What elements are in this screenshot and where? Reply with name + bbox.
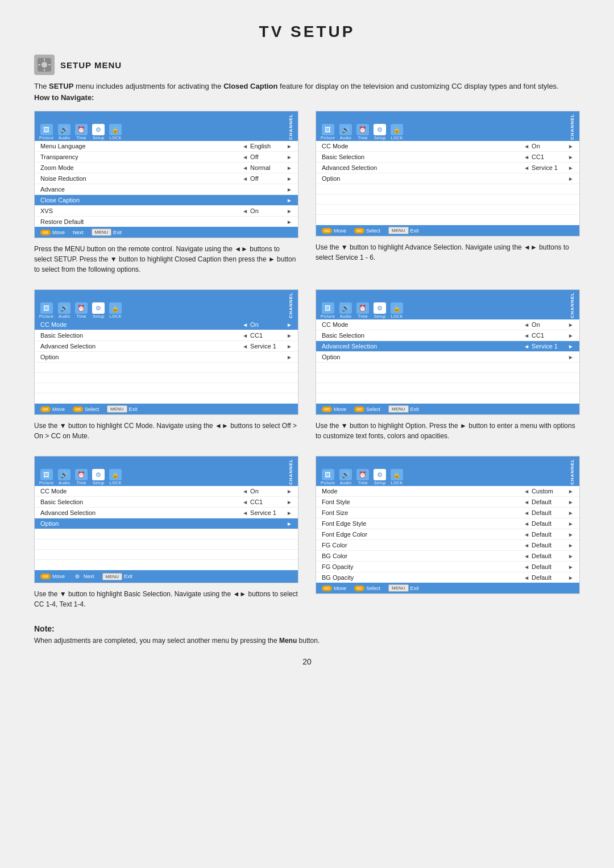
menu-row: CC Mode◄On► bbox=[316, 141, 579, 152]
menu-icon-picture: 🖼 Picture bbox=[39, 124, 53, 140]
menu-icon-lock-5: 🔒LOCK bbox=[109, 469, 122, 485]
svg-rect-4 bbox=[38, 64, 40, 65]
menu-row: Basic Selection◄CC1► bbox=[35, 330, 298, 341]
menu-row-highlighted: CC Mode◄On► bbox=[35, 319, 298, 330]
menu-row: XVS◄On► bbox=[35, 206, 298, 217]
menu-icon-picture-5: 🖼Picture bbox=[39, 469, 53, 485]
section-title: SETUP MENU bbox=[60, 60, 122, 70]
menu-row: Option► bbox=[316, 173, 579, 184]
menu-row-highlighted: Option► bbox=[35, 518, 298, 529]
menu-icon-lock: 🔒 LOCK bbox=[109, 124, 122, 140]
menu-bottombar-6: OOMove OOSelect MENUExit bbox=[316, 583, 579, 593]
menu-row: Mode◄Custom► bbox=[316, 486, 579, 497]
channel-label-3: CHANNEL bbox=[288, 292, 293, 318]
menu-icon-setup-2: ⚙ Setup bbox=[374, 124, 386, 140]
menu-row-empty bbox=[316, 184, 579, 194]
menu-row: Option► bbox=[35, 352, 298, 363]
svg-rect-3 bbox=[44, 69, 45, 71]
menu-icon-setup-6: ⚙Setup bbox=[374, 469, 386, 485]
menu-row: Transparency◄Off► bbox=[35, 152, 298, 163]
menu-row-empty bbox=[316, 205, 579, 215]
menu-row: Font Style◄Default► bbox=[316, 497, 579, 508]
menu-row: Noise Reduction◄Off► bbox=[35, 173, 298, 184]
menu-rows-6: Mode◄Custom► Font Style◄Default► Font Si… bbox=[316, 486, 579, 583]
menu-row: Advanced Selection◄Service 1► bbox=[35, 341, 298, 352]
svg-point-1 bbox=[42, 62, 47, 68]
menu-row: FG Color◄Default► bbox=[316, 540, 579, 551]
menu-icon-audio-5: 🔊Audio bbox=[58, 469, 70, 485]
menu-row-empty bbox=[35, 550, 298, 560]
menu-row-empty bbox=[316, 363, 579, 373]
menu-icon-lock-6: 🔒LOCK bbox=[391, 469, 403, 485]
menu-row-empty bbox=[35, 363, 298, 373]
menu-icon-setup-3: ⚙Setup bbox=[92, 302, 105, 318]
menu-row: Font Edge Color◄Default► bbox=[316, 529, 579, 540]
caption-1: Press the MENU button on the remote cont… bbox=[34, 244, 298, 275]
caption-2: Use the ▼ button to highlight Advance Se… bbox=[316, 242, 580, 263]
caption-5: Use the ▼ button to highlight Basic Sele… bbox=[34, 589, 298, 609]
menu-icon-picture-6: 🖼Picture bbox=[321, 469, 335, 485]
menu-rows-3: CC Mode◄On► Basic Selection◄CC1► Advance… bbox=[35, 319, 298, 404]
menu-row-empty bbox=[316, 215, 579, 225]
channel-label-2: CHANNEL bbox=[570, 114, 575, 140]
menu-row-empty bbox=[35, 539, 298, 550]
menu-row-empty bbox=[316, 194, 579, 205]
note-title: Note: bbox=[34, 624, 580, 633]
menu-row: Advanced Selection◄Service 1► bbox=[35, 508, 298, 518]
caption-4: Use the ▼ button to highlight Option. Pr… bbox=[316, 421, 580, 441]
svg-rect-5 bbox=[48, 64, 51, 65]
menu-row: CC Mode◄On► bbox=[35, 486, 298, 497]
setup-menu-icon bbox=[34, 55, 55, 75]
menu-icon-audio-4: 🔊Audio bbox=[339, 302, 352, 318]
menu-row-empty bbox=[35, 373, 298, 383]
caption-3: Use the ▼ button to highlight CC Mode. N… bbox=[34, 421, 298, 441]
menu-icon-audio-3: 🔊Audio bbox=[58, 302, 70, 318]
note-section: Note: When adjustments are completed, yo… bbox=[34, 624, 580, 646]
menu-icon-time-5: ⏰Time bbox=[75, 469, 88, 485]
menu-icon-time-3: ⏰Time bbox=[75, 302, 88, 318]
channel-label-6: CHANNEL bbox=[570, 459, 575, 485]
menu-row: BG Color◄Default► bbox=[316, 551, 579, 562]
menu-icon-setup-5: ⚙Setup bbox=[92, 469, 105, 485]
page-title: TV SETUP bbox=[34, 23, 580, 41]
menu-box-3: 🖼Picture 🔊Audio ⏰Time ⚙Setup 🔒LOCK CHANN… bbox=[34, 289, 298, 415]
channel-label-4: CHANNEL bbox=[570, 292, 575, 318]
menu-row: BG Opacity◄Default► bbox=[316, 572, 579, 583]
menu-icon-time-2: ⏰ Time bbox=[356, 124, 369, 140]
menu-row: Advance► bbox=[35, 184, 298, 195]
menu-row: Font Size◄Default► bbox=[316, 508, 579, 518]
menu-row: Basic Selection◄CC1► bbox=[35, 497, 298, 508]
menu-row: Zoom Mode◄Normal► bbox=[35, 163, 298, 173]
menu-box-4: 🖼Picture 🔊Audio ⏰Time ⚙Setup 🔒LOCK CHANN… bbox=[316, 289, 580, 415]
menu-row-empty bbox=[35, 393, 298, 404]
channel-label-1: CHANNEL bbox=[288, 114, 293, 140]
channel-label-5: CHANNEL bbox=[288, 459, 293, 485]
menu-box-1: 🖼 Picture 🔊 Audio ⏰ Time ⚙ Setup bbox=[34, 111, 298, 238]
menu-row-highlighted: Close Caption► bbox=[35, 195, 298, 206]
menu-rows-5: CC Mode◄On► Basic Selection◄CC1► Advance… bbox=[35, 486, 298, 570]
svg-rect-2 bbox=[44, 59, 45, 61]
menu-icon-setup: ⚙ Setup bbox=[92, 124, 105, 140]
menu-bottombar-4: OOMove OOSelect MENUExit bbox=[316, 404, 579, 414]
menu-box-5: 🖼Picture 🔊Audio ⏰Time ⚙Setup 🔒LOCK CHANN… bbox=[34, 456, 298, 583]
menu-box-2: 🖼 Picture 🔊 Audio ⏰ Time ⚙ Setup bbox=[316, 111, 580, 236]
menu-row: Restore Default► bbox=[35, 217, 298, 227]
menu-row-empty bbox=[316, 393, 579, 404]
menu-row: FG Opacity◄Default► bbox=[316, 562, 579, 572]
menu-row-empty bbox=[35, 383, 298, 393]
menu-rows-1: Menu Language◄English► Transparency◄Off►… bbox=[35, 141, 298, 227]
menu-row: Advanced Selection◄Service 1► bbox=[316, 163, 579, 173]
menu-bottombar-3: OOMove OOSelect MENUExit bbox=[35, 404, 298, 414]
menu-row: Basic Selection◄CC1► bbox=[316, 330, 579, 341]
menu-icon-lock-4: 🔒LOCK bbox=[391, 302, 403, 318]
menu-row-empty bbox=[316, 383, 579, 393]
menu-icon-picture-3: 🖼Picture bbox=[39, 302, 53, 318]
menu-icon-picture-4: 🖼Picture bbox=[321, 302, 335, 318]
menu-icon-time-6: ⏰Time bbox=[356, 469, 369, 485]
menu-icon-setup-4: ⚙Setup bbox=[374, 302, 386, 318]
menu-bottombar-2: OOMove OOSelect MENUExit bbox=[316, 225, 579, 236]
menu-box-6: 🖼Picture 🔊Audio ⏰Time ⚙Setup 🔒LOCK CHANN… bbox=[316, 456, 580, 594]
menu-row: CC Mode◄On► bbox=[316, 319, 579, 330]
menu-rows-4: CC Mode◄On► Basic Selection◄CC1► Advance… bbox=[316, 319, 579, 404]
menu-icon-lock-2: 🔒 LOCK bbox=[391, 124, 403, 140]
